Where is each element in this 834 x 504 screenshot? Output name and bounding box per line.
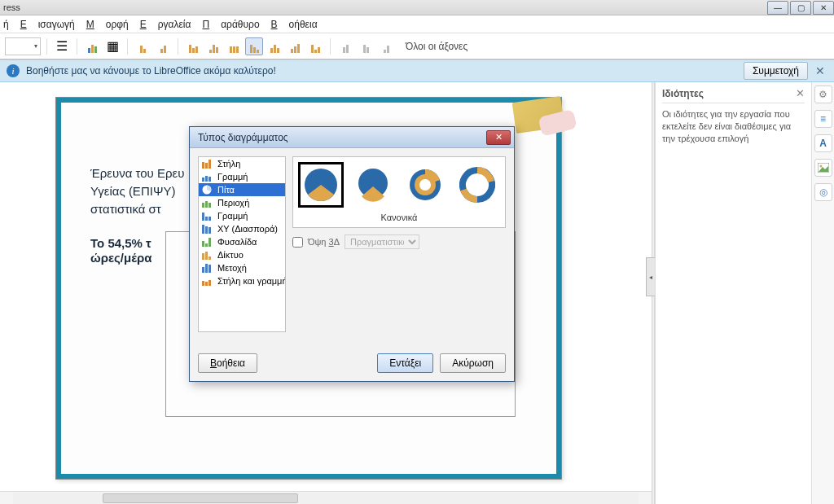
toggle-icon[interactable]: ☰ — [53, 37, 71, 55]
sidebar-tab-styles[interactable]: A — [814, 134, 832, 152]
sidebar-collapse-handle[interactable] — [652, 82, 655, 504]
chart-type-dialog: Τύπος διαγράμματος ✕ ΣτήληΓραμμήΠίταΠερι… — [189, 126, 515, 382]
separator — [178, 38, 178, 55]
separator — [77, 38, 77, 55]
info-icon: i — [7, 64, 20, 77]
scroll-thumb[interactable] — [103, 493, 298, 503]
chart-type-item-4[interactable]: Γραμμή — [199, 209, 285, 222]
sidebar-settings-icon[interactable]: ⚙ — [814, 85, 832, 103]
separator — [46, 38, 47, 55]
chart-type-label: Μετοχή — [217, 263, 247, 273]
menu-insert[interactable]: Εισαγωγή — [20, 19, 75, 30]
view-3d-checkbox[interactable] — [292, 237, 303, 248]
close-window-button[interactable]: ✕ — [813, 1, 834, 15]
chart-type-label: XY (Διασπορά) — [217, 224, 278, 234]
horizontal-scrollbar[interactable] — [0, 491, 652, 504]
sidebar-tab-navigator[interactable]: ◎ — [814, 183, 832, 201]
chart-type-icon — [202, 237, 213, 247]
properties-title: Ιδιότητες — [662, 88, 704, 99]
chart-type-label: Φυσαλίδα — [217, 237, 257, 247]
chart-grid-button[interactable]: ▦ — [103, 37, 121, 55]
variant-donut-exploded[interactable] — [454, 162, 500, 208]
sidebar-tab-properties[interactable]: ≡ — [814, 110, 832, 128]
separator — [330, 38, 331, 55]
chart-type-item-8[interactable]: Μετοχή — [199, 261, 285, 274]
dialog-titlebar[interactable]: Τύπος διαγράμματος ✕ — [190, 127, 514, 148]
menu-bar: ή Εισαγωγή Μορφή Εργαλεία Παράθυρο Βοήθε… — [0, 15, 834, 33]
chart-type-icon — [202, 250, 213, 260]
chart-btn-g[interactable] — [286, 37, 304, 55]
chart-type-icon — [202, 224, 213, 234]
chart-type-item-6[interactable]: Φυσαλίδα — [199, 235, 285, 248]
chart-btn-i[interactable] — [336, 37, 354, 55]
chart-type-item-0[interactable]: Στήλη — [199, 157, 285, 170]
slide-para2-l2: ώρες/μέρα — [90, 251, 151, 265]
view-3d-row: Όψη 3Δ Πραγματιστικό — [292, 234, 506, 249]
chart-btn-j[interactable] — [357, 37, 375, 55]
chart-type-item-5[interactable]: XY (Διασπορά) — [199, 222, 285, 235]
sidebar: Ιδιότητες ✕ Οι ιδιότητες για την εργασία… — [655, 82, 834, 504]
chart-btn-selected[interactable] — [245, 37, 263, 55]
separator — [127, 38, 128, 55]
chart-type-icon — [202, 172, 213, 182]
menu-file[interactable]: ή — [3, 19, 9, 30]
chart-type-label: Στήλη και γραμμή — [217, 276, 286, 286]
info-text: Βοηθήστε μας να κάνουμε το LibreOffice α… — [26, 65, 276, 77]
menu-tools[interactable]: Εργαλεία — [140, 19, 191, 30]
chart-btn-d[interactable] — [204, 37, 222, 55]
menu-help[interactable]: Βοήθεια — [271, 19, 318, 30]
chart-variant-panel: Κανονικά — [292, 156, 506, 228]
window-controls: — ▢ ✕ — [766, 1, 834, 15]
chart-type-item-2[interactable]: Πίτα — [199, 183, 285, 196]
chart-btn-e[interactable] — [225, 37, 243, 55]
chart-btn-c[interactable] — [184, 37, 202, 55]
svg-point-7 — [419, 179, 431, 191]
chart-type-item-1[interactable]: Γραμμή — [199, 170, 285, 183]
chart-type-list[interactable]: ΣτήληΓραμμήΠίταΠεριοχήΓραμμήXY (Διασπορά… — [198, 156, 286, 332]
chart-type-item-9[interactable]: Στήλη και γραμμή — [199, 274, 285, 287]
style-dropdown[interactable]: ▾ — [5, 37, 41, 55]
chart-type-item-3[interactable]: Περιοχή — [199, 196, 285, 209]
chart-btn-f[interactable] — [266, 37, 283, 55]
sidebar-tabs: ⚙ ≡ A ◎ — [811, 82, 834, 504]
chart-type-label: Γραμμή — [217, 211, 248, 221]
chart-type-icon — [202, 276, 213, 286]
chart-btn-b[interactable] — [154, 37, 172, 55]
toolbar: ▾ ☰ ▦ Όλοι οι άξονες — [0, 33, 834, 59]
chart-btn-h[interactable] — [306, 37, 324, 55]
all-axes-label: Όλοι οι άξονες — [406, 41, 467, 52]
chart-type-icon — [202, 211, 213, 221]
maximize-button[interactable]: ▢ — [790, 1, 811, 15]
window-titlebar: ress — ▢ ✕ — [0, 0, 834, 15]
variant-pie-normal[interactable] — [298, 162, 344, 208]
chart-type-item-7[interactable]: Δίκτυο — [199, 248, 285, 261]
chart-type-icon — [202, 185, 213, 195]
chart-btn-a[interactable] — [134, 37, 151, 55]
slide-para1-l3: στατιστικά στ — [90, 202, 161, 216]
chart-type-icon — [202, 263, 213, 273]
sidebar-tab-gallery[interactable] — [814, 159, 832, 177]
close-properties-button[interactable]: ✕ — [796, 87, 805, 99]
dialog-close-button[interactable]: ✕ — [486, 130, 511, 145]
scheme-dropdown[interactable]: Πραγματιστικό — [345, 234, 419, 249]
variant-label: Κανονικά — [298, 213, 500, 222]
menu-window[interactable]: Παράθυρο — [202, 19, 259, 30]
minimize-button[interactable]: — — [767, 1, 788, 15]
variant-pie-exploded[interactable] — [350, 162, 396, 208]
variant-donut[interactable] — [402, 162, 448, 208]
close-infobar-button[interactable]: ✕ — [813, 64, 827, 78]
window-title: ress — [3, 2, 20, 12]
participate-button[interactable]: Συμμετοχή — [744, 62, 808, 80]
properties-panel: Ιδιότητες ✕ Οι ιδιότητες για την εργασία… — [656, 82, 811, 504]
chart-type-icon — [202, 159, 213, 169]
cancel-button[interactable]: Ακύρωση — [440, 353, 506, 373]
slide-para2-l1: Το 54,5% τ — [90, 236, 151, 250]
chart-btn-k[interactable] — [377, 37, 395, 55]
eraser-decoration — [512, 96, 565, 134]
menu-format[interactable]: Μορφή — [86, 19, 129, 30]
dialog-title: Τύπος διαγράμματος — [198, 132, 288, 143]
svg-point-1 — [819, 165, 822, 168]
ok-button[interactable]: Εντάξει — [377, 353, 433, 373]
help-button[interactable]: Βοήθεια — [198, 353, 257, 373]
chart-type-button-1[interactable] — [83, 37, 101, 55]
